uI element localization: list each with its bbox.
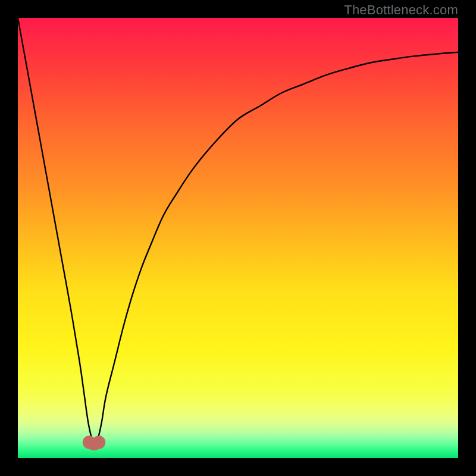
gradient-band	[18, 71, 458, 128]
gradient-band	[18, 423, 458, 432]
gradient-band	[18, 450, 458, 458]
gradient-band	[18, 348, 458, 388]
watermark-label: TheBottleneck.com	[344, 2, 458, 18]
gradient-band	[18, 432, 458, 439]
chart-frame: TheBottleneck.com	[0, 0, 476, 476]
gradient-band	[18, 291, 458, 348]
plot-area	[18, 18, 458, 458]
gradient-band	[18, 439, 458, 445]
gradient-band	[18, 238, 458, 291]
gradient-band	[18, 410, 458, 423]
gradient-band	[18, 388, 458, 410]
gradient-background	[18, 18, 458, 458]
gradient-band	[18, 128, 458, 185]
gradient-band	[18, 185, 458, 238]
gradient-band	[18, 445, 458, 451]
gradient-band	[18, 18, 458, 71]
